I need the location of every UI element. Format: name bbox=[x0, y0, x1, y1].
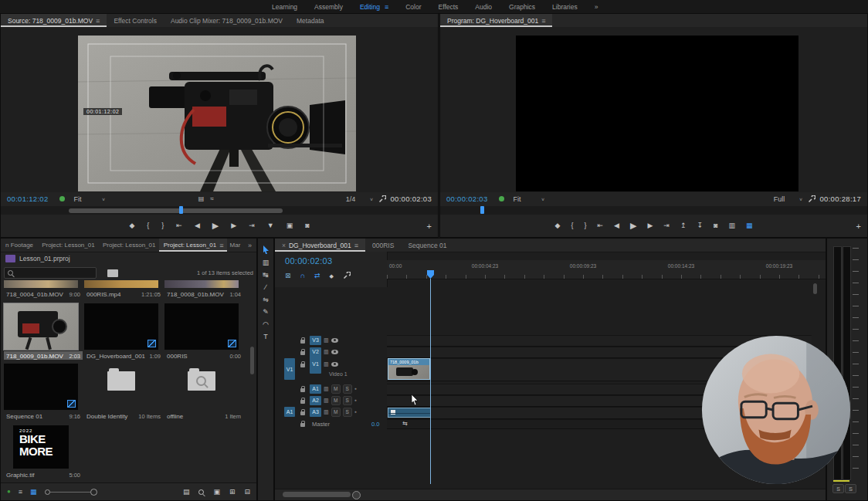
panel-menu-icon[interactable]: ≡ bbox=[219, 242, 223, 249]
insert-button[interactable]: ▼ bbox=[267, 222, 274, 229]
tab-timeline-000ris[interactable]: 000RIS bbox=[365, 239, 401, 252]
search-box[interactable] bbox=[4, 267, 97, 279]
program-scrubber[interactable] bbox=[440, 206, 867, 215]
tab-metadata[interactable]: Metadata bbox=[290, 14, 331, 27]
export-frame-button[interactable]: ◙ bbox=[305, 222, 309, 229]
clear-button[interactable]: ⊟ bbox=[244, 489, 250, 496]
lock-icon[interactable] bbox=[300, 388, 305, 392]
item-label[interactable]: Sequence 019:16 bbox=[4, 411, 83, 420]
item-label[interactable]: offline1 Item bbox=[164, 411, 243, 420]
workspace-tab-libraries[interactable]: Libraries bbox=[552, 3, 578, 11]
item-thumb-filmstrip[interactable] bbox=[4, 280, 78, 288]
add-marker-button[interactable]: ◆ bbox=[555, 222, 561, 229]
go-to-out-button[interactable]: ⇥ bbox=[663, 222, 670, 229]
voiceover-mic-icon[interactable]: ● bbox=[354, 410, 357, 414]
timeline-vertical-scrollbar[interactable] bbox=[813, 283, 817, 294]
snap-toggle-icon[interactable]: ∩ bbox=[300, 273, 305, 279]
workspace-tab-color[interactable]: Color bbox=[405, 3, 421, 11]
toggle-output-eye-icon[interactable] bbox=[331, 362, 338, 367]
sync-lock-icon[interactable]: ▥ bbox=[324, 409, 329, 415]
comparison-view-button[interactable]: ▥ bbox=[728, 222, 735, 229]
sync-lock-icon[interactable]: ▥ bbox=[324, 349, 329, 354]
lock-icon[interactable] bbox=[300, 340, 305, 344]
item-thumb-folder[interactable] bbox=[84, 371, 158, 407]
source-playhead[interactable] bbox=[179, 206, 183, 214]
extract-button[interactable]: ↧ bbox=[697, 222, 703, 229]
settings-wrench-icon[interactable] bbox=[808, 195, 815, 203]
item-label[interactable]: 718_0008_01b.MOV1:04 bbox=[164, 289, 243, 298]
program-timecode[interactable]: 00:00:02:03 bbox=[446, 195, 488, 203]
step-back-button[interactable]: ◀ bbox=[614, 222, 619, 229]
step-forward-button[interactable]: ▶ bbox=[647, 222, 653, 229]
sync-lock-icon[interactable]: ▥ bbox=[324, 398, 329, 403]
item-thumb-sequence[interactable] bbox=[4, 364, 78, 410]
tab-bin-footage[interactable]: n Footage bbox=[1, 239, 37, 252]
workspace-tab-editing[interactable]: Editing bbox=[360, 3, 380, 11]
timeline-timecode[interactable]: 00:00:02:03 bbox=[285, 256, 332, 266]
toggle-output-eye-icon[interactable] bbox=[331, 338, 338, 343]
toggle-output-eye-icon[interactable] bbox=[331, 350, 338, 354]
mark-in-button[interactable]: { bbox=[571, 222, 573, 229]
panel-menu-icon[interactable]: ≡ bbox=[541, 17, 545, 25]
workspace-menu-icon[interactable]: ≡ bbox=[385, 3, 388, 11]
lock-icon[interactable] bbox=[300, 423, 305, 427]
linked-selection-icon[interactable]: ⇄ bbox=[314, 273, 320, 279]
tab-project-3[interactable]: Project: Lesson_01 ≡ bbox=[159, 239, 227, 252]
selection-tool[interactable] bbox=[263, 245, 270, 254]
solo-button[interactable]: S bbox=[343, 384, 352, 394]
navigate-up-folder-icon[interactable] bbox=[107, 269, 118, 277]
program-zoom-select[interactable]: Fit∨ bbox=[514, 195, 545, 203]
step-back-button[interactable]: ◀ bbox=[195, 222, 200, 229]
source-timecode[interactable]: 00:01:12:02 bbox=[7, 195, 49, 203]
go-to-out-button[interactable]: ⇥ bbox=[249, 222, 255, 229]
settings-wrench-icon[interactable] bbox=[378, 195, 386, 203]
track-target-v1[interactable]: V1 bbox=[310, 355, 321, 374]
workspace-tab-learning[interactable]: Learning bbox=[272, 3, 297, 11]
drag-audio-icon[interactable]: ≈ bbox=[210, 196, 213, 202]
timeline-settings-wrench-icon[interactable] bbox=[343, 272, 351, 279]
item-thumb-sequence[interactable] bbox=[84, 303, 158, 350]
zoom-handle[interactable] bbox=[352, 491, 361, 499]
add-marker-button[interactable]: ◆ bbox=[129, 222, 134, 229]
voiceover-mic-icon[interactable]: ● bbox=[354, 398, 357, 402]
mute-button[interactable]: M bbox=[331, 408, 341, 417]
mark-out-button[interactable]: } bbox=[584, 222, 586, 229]
multicam-button[interactable]: ▦ bbox=[746, 222, 753, 229]
timeline-audio-clip[interactable] bbox=[388, 408, 431, 418]
timeline-video-clip[interactable]: 718_0009_01b bbox=[388, 358, 430, 380]
source-zoom-scrollbar[interactable] bbox=[69, 208, 283, 213]
mark-in-button[interactable]: { bbox=[147, 222, 149, 229]
sync-lock-icon[interactable]: ▥ bbox=[324, 386, 329, 391]
panel-overflow-icon[interactable]: » bbox=[243, 239, 256, 252]
play-button[interactable]: ▶ bbox=[212, 222, 219, 230]
panel-menu-icon[interactable]: ≡ bbox=[96, 17, 100, 25]
tab-project-2[interactable]: Project: Lesson_01 bbox=[98, 239, 159, 252]
program-resolution-select[interactable]: Full∨ bbox=[774, 195, 803, 203]
step-forward-button[interactable]: ▶ bbox=[231, 222, 236, 229]
source-scrubber[interactable] bbox=[1, 206, 438, 215]
item-label[interactable]: 000RIS.mp41:21:05 bbox=[84, 289, 163, 298]
solo-button[interactable]: S bbox=[343, 396, 352, 405]
item-label[interactable]: Graphic.tif5:00 bbox=[4, 470, 83, 479]
track-target-a3[interactable]: A3 bbox=[310, 408, 321, 417]
icon-view-button[interactable]: ▦ bbox=[30, 489, 37, 496]
tab-project-1[interactable]: Project: Lesson_01 bbox=[37, 239, 98, 252]
timeline-playhead-head[interactable] bbox=[427, 270, 434, 279]
button-editor-plus[interactable]: + bbox=[427, 222, 432, 231]
razor-tool[interactable]: ∕ bbox=[265, 284, 266, 291]
tab-timeline-sequence01[interactable]: Sequence 01 bbox=[401, 239, 453, 252]
tab-audio-clip-mixer[interactable]: Audio Clip Mixer: 718_0009_01b.MOV bbox=[164, 14, 290, 27]
go-to-in-button[interactable]: ⇤ bbox=[176, 222, 182, 229]
tab-program[interactable]: Program: DG_Hoverboard_001 ≡ bbox=[440, 14, 552, 27]
tab-timeline-active[interactable]: × DG_Hoverboard_001 ≡ bbox=[275, 239, 365, 252]
item-thumb-filmstrip[interactable] bbox=[84, 280, 158, 288]
play-button[interactable]: ▶ bbox=[630, 222, 636, 230]
project-file-row[interactable]: Lesson_01.prproj bbox=[5, 255, 70, 262]
source-resolution-select[interactable]: 1/4∨ bbox=[346, 195, 374, 203]
item-thumb-folder-search[interactable] bbox=[164, 371, 239, 407]
close-icon[interactable]: × bbox=[282, 242, 286, 249]
slip-tool[interactable]: ⇋ bbox=[263, 296, 269, 303]
button-editor-plus[interactable]: + bbox=[856, 222, 861, 231]
source-patch-v1[interactable]: V1 bbox=[284, 358, 295, 380]
workspace-tab-audio[interactable]: Audio bbox=[475, 3, 492, 11]
